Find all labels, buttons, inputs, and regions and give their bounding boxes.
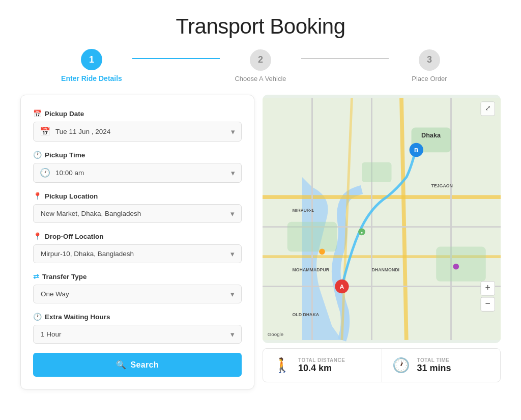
- pickup-time-group: 🕐 Pickup Time 🕐 10:00 am ▾: [33, 151, 242, 183]
- distance-info: 🚶 TOTAL DISTANCE 10.4 km: [263, 349, 382, 382]
- svg-text:OLD DHAKA: OLD DHAKA: [293, 312, 320, 317]
- svg-text:Dhaka: Dhaka: [421, 132, 441, 139]
- time-icon: 🕐: [392, 357, 410, 374]
- svg-text:+: +: [485, 283, 490, 293]
- distance-icon: 🚶: [273, 357, 291, 374]
- step-2: 2 Choose A Vehicle: [220, 49, 301, 82]
- waiting-hours-label: 🕐 Extra Waiting Hours: [33, 313, 242, 321]
- svg-text:B: B: [414, 147, 418, 153]
- pin-a-icon: 📍: [33, 192, 42, 200]
- svg-text:MIRPUR-1: MIRPUR-1: [293, 208, 314, 213]
- pickup-date-value: Tue 11 Jun , 2024: [55, 128, 231, 135]
- distance-label: TOTAL DISTANCE: [298, 357, 345, 363]
- time-text: TOTAL TIME 31 mins: [417, 357, 451, 374]
- search-button-label: Search: [131, 360, 159, 370]
- map-svg: A B MIRPUR-1 MOHAMMADPUR DHANMONDI TEJGA…: [263, 95, 501, 343]
- distance-text: TOTAL DISTANCE 10.4 km: [298, 357, 345, 374]
- transfer-type-wrapper: One Way: [33, 285, 242, 303]
- step-1: 1 Enter Ride Details: [51, 49, 132, 82]
- svg-text:⤢: ⤢: [485, 104, 491, 112]
- waiting-hours-select[interactable]: 1 Hour: [33, 325, 242, 344]
- waiting-hours-wrapper: 1 Hour: [33, 325, 242, 344]
- step-3: 3 Place Order: [389, 49, 470, 82]
- pickup-location-label: 📍 Pickup Location: [33, 192, 242, 200]
- calendar-input-icon: 📅: [40, 126, 50, 137]
- svg-text:A: A: [340, 283, 344, 290]
- svg-text:MOHAMMADPUR: MOHAMMADPUR: [293, 267, 330, 272]
- pickup-location-wrapper: New Market, Dhaka, Bangladesh: [33, 204, 242, 223]
- map-container[interactable]: A B MIRPUR-1 MOHAMMADPUR DHANMONDI TEJGA…: [263, 95, 501, 343]
- search-icon: 🔍: [116, 360, 126, 370]
- svg-rect-13: [436, 247, 486, 282]
- step-2-circle: 2: [250, 49, 271, 71]
- svg-rect-12: [287, 222, 337, 252]
- step-3-circle: 3: [419, 49, 440, 71]
- dropoff-location-group: 📍 Drop-Off Location Mirpur-10, Dhaka, Ba…: [33, 232, 242, 263]
- transfer-type-group: ⇄ Transfer Type One Way: [33, 272, 242, 303]
- pickup-location-select[interactable]: New Market, Dhaka, Bangladesh: [33, 204, 242, 223]
- page-title: Transport Booking: [0, 0, 521, 49]
- svg-rect-11: [362, 162, 392, 182]
- connector-1: [132, 58, 220, 59]
- waiting-clock-icon: 🕐: [33, 313, 42, 321]
- svg-text:Google: Google: [268, 331, 283, 337]
- dropoff-location-label: 📍 Drop-Off Location: [33, 232, 242, 240]
- svg-point-33: [319, 249, 325, 255]
- pin-b-icon: 📍: [33, 232, 42, 240]
- time-info: 🕐 TOTAL TIME 31 mins: [382, 349, 501, 382]
- waiting-hours-group: 🕐 Extra Waiting Hours 1 Hour: [33, 313, 242, 344]
- clock-label-icon: 🕐: [33, 151, 42, 159]
- svg-text:●: ●: [361, 231, 363, 234]
- pickup-date-chevron: ▾: [231, 127, 235, 136]
- svg-point-34: [453, 264, 459, 270]
- dropoff-location-wrapper: Mirpur-10, Dhaka, Bangladesh: [33, 244, 242, 263]
- pickup-time-chevron: ▾: [231, 169, 235, 178]
- step-1-circle: 1: [81, 49, 102, 70]
- pickup-date-input[interactable]: 📅 Tue 11 Jun , 2024 ▾: [33, 122, 242, 142]
- info-bar: 🚶 TOTAL DISTANCE 10.4 km 🕐 TOTAL TIME 31…: [263, 348, 501, 382]
- stepper: 1 Enter Ride Details 2 Choose A Vehicle …: [0, 49, 521, 95]
- main-content: 📅 Pickup Date 📅 Tue 11 Jun , 2024 ▾ 🕐 Pi…: [0, 95, 521, 389]
- step-3-label: Place Order: [412, 75, 447, 82]
- svg-text:−: −: [485, 298, 490, 309]
- step-2-label: Choose A Vehicle: [235, 75, 286, 82]
- booking-form-panel: 📅 Pickup Date 📅 Tue 11 Jun , 2024 ▾ 🕐 Pi…: [20, 95, 254, 389]
- time-value: 31 mins: [417, 363, 451, 374]
- pickup-time-value: 10:00 am: [55, 169, 231, 177]
- pickup-location-group: 📍 Pickup Location New Market, Dhaka, Ban…: [33, 192, 242, 223]
- svg-text:DHANMONDI: DHANMONDI: [372, 267, 400, 272]
- svg-rect-0: [263, 98, 501, 340]
- connector-2: [301, 58, 389, 59]
- transfer-icon: ⇄: [33, 272, 39, 281]
- map-panel: A B MIRPUR-1 MOHAMMADPUR DHANMONDI TEJGA…: [263, 95, 501, 382]
- pickup-time-label: 🕐 Pickup Time: [33, 151, 242, 159]
- dropoff-location-select[interactable]: Mirpur-10, Dhaka, Bangladesh: [33, 244, 242, 263]
- calendar-icon: 📅: [33, 109, 42, 118]
- step-1-label: Enter Ride Details: [61, 74, 122, 82]
- pickup-date-label: 📅 Pickup Date: [33, 109, 242, 118]
- time-label: TOTAL TIME: [417, 357, 451, 363]
- pickup-date-group: 📅 Pickup Date 📅 Tue 11 Jun , 2024 ▾: [33, 109, 242, 142]
- svg-text:TEJGAON: TEJGAON: [431, 183, 453, 188]
- search-button[interactable]: 🔍 Search: [33, 353, 242, 377]
- distance-value: 10.4 km: [298, 363, 345, 374]
- clock-input-icon: 🕐: [40, 167, 50, 178]
- transfer-type-label: ⇄ Transfer Type: [33, 272, 242, 281]
- transfer-type-select[interactable]: One Way: [33, 285, 242, 303]
- pickup-time-input[interactable]: 🕐 10:00 am ▾: [33, 163, 242, 183]
